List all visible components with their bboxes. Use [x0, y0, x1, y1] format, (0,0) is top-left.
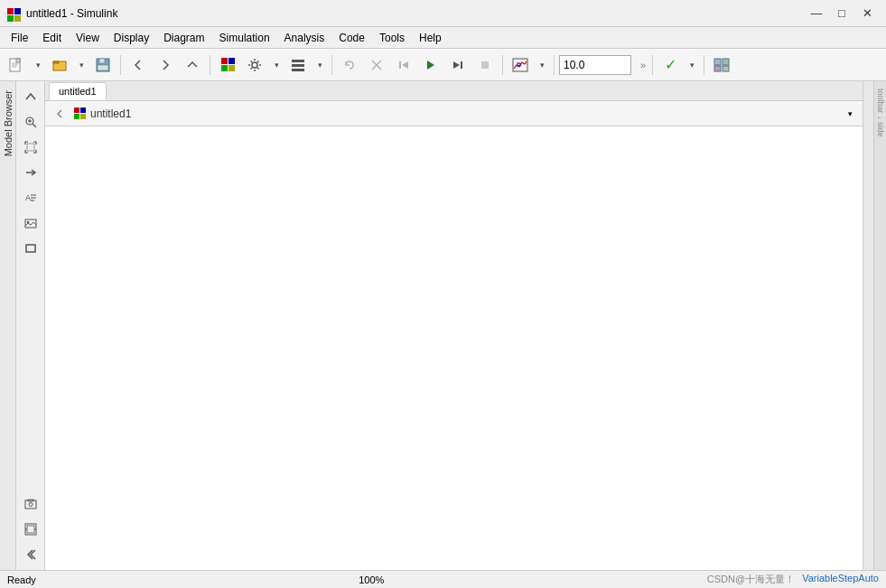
forward-icon	[159, 59, 172, 71]
right-sidebar-label: toolbar ↓ side	[876, 81, 885, 137]
menu-item-edit[interactable]: Edit	[35, 30, 69, 46]
new-dropdown-button[interactable]: ▾	[31, 52, 45, 78]
step-back-icon	[397, 59, 410, 71]
undo-button[interactable]	[337, 52, 362, 78]
subsystem-tool[interactable]	[19, 518, 42, 541]
update-dropdown-button[interactable]: ▾	[685, 52, 699, 78]
menu-item-analysis[interactable]: Analysis	[277, 30, 332, 46]
screenshot-icon	[24, 498, 37, 510]
svg-rect-20	[518, 63, 520, 66]
step-forward-icon	[452, 59, 464, 71]
svg-rect-6	[53, 61, 59, 63]
menu-item-display[interactable]: Display	[107, 30, 156, 46]
library-button[interactable]	[215, 52, 240, 78]
step-back-button[interactable]	[391, 52, 416, 78]
collapse-icon	[24, 548, 37, 561]
toolbar-separator-7	[704, 55, 704, 75]
simulink-lib-icon	[221, 58, 235, 71]
toolbar-separator-1	[120, 55, 121, 75]
run-controls-dropdown-button[interactable]: ▾	[312, 52, 327, 78]
menu-item-code[interactable]: Code	[331, 30, 372, 46]
scope-icon	[512, 58, 528, 72]
toolbar-separator-2	[210, 55, 210, 75]
maximize-button[interactable]: □	[830, 4, 853, 23]
fit-view-tool[interactable]	[19, 135, 42, 159]
image-tool[interactable]	[19, 211, 42, 235]
scope-dropdown-button[interactable]: ▾	[535, 52, 549, 78]
back-button[interactable]	[126, 52, 151, 78]
step-forward-button[interactable]	[445, 52, 471, 78]
gear-icon	[247, 58, 262, 72]
menu-item-help[interactable]: Help	[412, 30, 449, 46]
svg-rect-8	[99, 59, 105, 63]
svg-rect-17	[461, 61, 462, 69]
breadcrumb-label: untitled1	[90, 107, 839, 120]
open-button[interactable]	[47, 52, 72, 78]
forward-button[interactable]	[153, 52, 178, 78]
new-icon	[8, 57, 24, 73]
settings-dropdown-button[interactable]: ▾	[269, 52, 284, 78]
menu-item-file[interactable]: File	[4, 30, 35, 46]
scope-button[interactable]	[508, 52, 533, 78]
play-button[interactable]	[418, 52, 443, 78]
path-dropdown-button[interactable]: ▾	[843, 105, 857, 123]
up-icon	[186, 59, 199, 71]
path-back-icon	[55, 109, 64, 118]
screenshot-tool[interactable]	[19, 492, 42, 516]
scissors-icon	[370, 59, 383, 71]
svg-rect-9	[98, 65, 108, 70]
status-watermark-text: CSDN@十海无量！	[707, 573, 795, 586]
save-button[interactable]	[90, 52, 116, 78]
status-right-area: CSDN@十海无量！ VariableStepAuto	[707, 573, 879, 586]
model-path-icon	[72, 107, 87, 121]
settings-button[interactable]	[242, 52, 267, 78]
model-browser-tab[interactable]: Model Browser	[0, 81, 16, 570]
up-button[interactable]	[180, 52, 205, 78]
cut-button[interactable]	[364, 52, 389, 78]
menu-item-view[interactable]: View	[69, 30, 107, 46]
tab-untitled1[interactable]: untitled1	[49, 82, 107, 100]
navigate-up-icon	[24, 90, 37, 103]
svg-rect-23	[714, 66, 721, 71]
simulation-time-input[interactable]: 10.0	[559, 55, 631, 75]
stop-button[interactable]	[472, 52, 498, 78]
annotation-icon: A	[24, 191, 37, 204]
status-zoom-level: 100%	[359, 574, 384, 585]
status-ready-text: Ready	[7, 574, 36, 585]
toolbar: ▾ ▾	[0, 49, 886, 81]
toolbar-overflow-indicator: »	[640, 60, 646, 70]
annotation-tool[interactable]: A	[19, 186, 42, 210]
image-icon	[24, 217, 37, 229]
tab-label: untitled1	[59, 86, 97, 97]
save-icon	[95, 57, 111, 73]
run-controls-button[interactable]	[285, 52, 311, 78]
menu-item-diagram[interactable]: Diagram	[156, 30, 211, 46]
model-canvas[interactable]	[45, 126, 863, 570]
right-sidebar: toolbar ↓ side	[873, 81, 886, 570]
main-area: Model Browser	[0, 81, 886, 570]
fit-view-icon	[24, 141, 37, 154]
model-browser-label[interactable]: Model Browser	[1, 85, 15, 162]
svg-point-39	[29, 503, 33, 507]
menu-item-simulation[interactable]: Simulation	[212, 30, 277, 46]
open-dropdown-button[interactable]: ▾	[74, 52, 89, 78]
close-button[interactable]: ✕	[855, 4, 879, 23]
svg-rect-16	[399, 61, 401, 69]
status-solver-text[interactable]: VariableStepAuto	[802, 573, 879, 586]
svg-rect-18	[481, 61, 489, 69]
minimize-button[interactable]: —	[805, 4, 828, 23]
new-button[interactable]	[4, 52, 29, 78]
zoom-in-tool[interactable]	[19, 110, 42, 134]
tools-panel: A	[16, 81, 45, 570]
library-blocks-button[interactable]	[709, 52, 734, 78]
rectangle-tool[interactable]	[19, 237, 42, 260]
toolbar-separator-3	[331, 55, 332, 75]
svg-rect-37	[26, 245, 35, 252]
arrow-tool[interactable]	[19, 161, 42, 184]
svg-rect-13	[292, 69, 304, 71]
update-model-button[interactable]: ✓	[658, 52, 683, 78]
menu-item-tools[interactable]: Tools	[372, 30, 412, 46]
collapse-sidebar-button[interactable]	[19, 543, 42, 566]
path-back-button[interactable]	[51, 105, 69, 123]
navigate-up-button[interactable]	[19, 85, 42, 108]
